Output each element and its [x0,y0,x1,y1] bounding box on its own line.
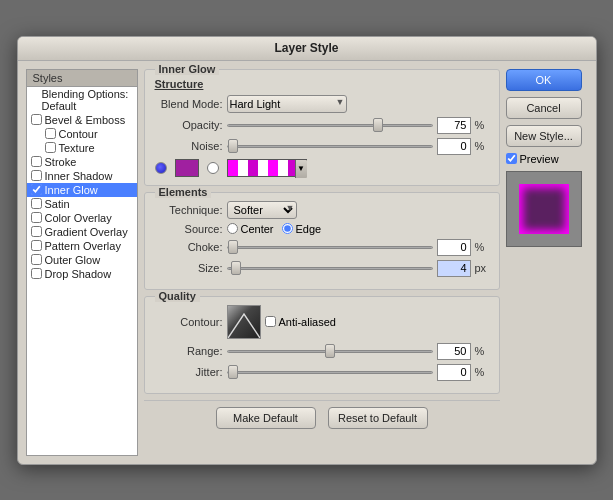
size-input[interactable] [437,260,471,277]
noise-slider-container [227,145,433,148]
choke-slider-container [227,246,433,249]
dialog-title: Layer Style [274,41,338,55]
sidebar-item-blending-options[interactable]: Blending Options: Default [27,87,137,113]
opacity-input[interactable] [437,117,471,134]
checkbox-inner-shadow[interactable] [31,170,42,181]
noise-slider[interactable] [227,145,433,148]
technique-select[interactable]: SofterPrecise [227,201,297,219]
color-row: ▼ [155,159,489,177]
choke-slider[interactable] [227,246,433,249]
ok-button[interactable]: OK [506,69,582,91]
anti-aliased-text: Anti-aliased [279,316,336,328]
blend-mode-select[interactable]: NormalDissolveDarkenMultiplyColor BurnLi… [227,95,347,113]
anti-aliased-label[interactable]: Anti-aliased [265,316,336,328]
sidebar-item-bevel-emboss[interactable]: Bevel & Emboss [27,113,137,127]
right-panel: OK Cancel New Style... Preview [506,69,588,456]
choke-row: Choke: % [155,239,489,256]
sidebar-item-gradient-overlay[interactable]: Gradient Overlay [27,225,137,239]
sidebar-item-texture[interactable]: Texture [27,141,137,155]
sidebar-item-contour[interactable]: Contour [27,127,137,141]
label-blending-options: Blending Options: Default [42,88,133,112]
sidebar-item-satin[interactable]: Satin [27,197,137,211]
contour-row: Contour: [155,305,489,339]
choke-input[interactable] [437,239,471,256]
checkbox-color-overlay[interactable] [31,212,42,223]
range-slider[interactable] [227,350,433,353]
section-title-inner-glow: Inner Glow [155,63,220,75]
styles-header: Styles [26,69,138,86]
preview-checkbox[interactable] [506,153,517,164]
jitter-slider[interactable] [227,371,433,374]
contour-svg [228,306,260,338]
blend-mode-row: Blend Mode: NormalDissolveDarkenMultiply… [155,95,489,113]
opacity-label: Opacity: [155,119,223,131]
sidebar-item-drop-shadow[interactable]: Drop Shadow [27,267,137,281]
sidebar-item-pattern-overlay[interactable]: Pattern Overlay [27,239,137,253]
gradient-arrow-icon[interactable]: ▼ [295,160,307,178]
checkbox-texture[interactable] [45,142,56,153]
source-center-radio[interactable] [227,223,238,234]
new-style-button[interactable]: New Style... [506,125,582,147]
sidebar-item-outer-glow[interactable]: Outer Glow [27,253,137,267]
preview-label[interactable]: Preview [506,153,588,165]
checkbox-gradient-overlay[interactable] [31,226,42,237]
svg-rect-0 [228,306,260,338]
checkbox-pattern-overlay[interactable] [31,240,42,251]
range-input[interactable] [437,343,471,360]
noise-input[interactable] [437,138,471,155]
jitter-input[interactable] [437,364,471,381]
elements-section-title: Elements [155,186,212,198]
gradient-swatch[interactable]: ▼ [227,159,307,177]
checkbox-inner-glow[interactable] [31,184,42,195]
opacity-slider[interactable] [227,124,433,127]
jitter-unit: % [475,366,489,378]
sidebar-item-inner-shadow[interactable]: Inner Shadow [27,169,137,183]
anti-aliased-checkbox[interactable] [265,316,276,327]
title-bar: Layer Style [18,37,596,61]
size-slider[interactable] [227,267,433,270]
source-center-text: Center [241,223,274,235]
preview-box [506,171,582,247]
source-edge-radio[interactable] [282,223,293,234]
reset-to-default-button[interactable]: Reset to Default [328,407,428,429]
jitter-label: Jitter: [155,366,223,378]
source-label: Source: [155,223,223,235]
sidebar-item-inner-glow[interactable]: Inner Glow [27,183,137,197]
preview-inner [519,184,569,234]
structure-subtitle: Structure [155,78,489,90]
bottom-bar: Make Default Reset to Default [144,400,500,437]
checkbox-contour[interactable] [45,128,56,139]
blend-mode-label: Blend Mode: [155,98,223,110]
checkbox-outer-glow[interactable] [31,254,42,265]
sidebar-item-color-overlay[interactable]: Color Overlay [27,211,137,225]
label-contour: Contour [59,128,98,140]
label-stroke: Stroke [45,156,77,168]
checkbox-drop-shadow[interactable] [31,268,42,279]
label-satin: Satin [45,198,70,210]
preview-text: Preview [520,153,559,165]
gradient-radio[interactable] [207,162,219,174]
size-label: Size: [155,262,223,274]
contour-thumbnail[interactable] [227,305,261,339]
contour-label: Contour: [155,316,223,328]
color-swatch[interactable] [175,159,199,177]
solid-color-radio[interactable] [155,162,167,174]
label-drop-shadow: Drop Shadow [45,268,112,280]
cancel-button[interactable]: Cancel [506,97,582,119]
source-row: Source: Center Edge [155,223,489,235]
choke-unit: % [475,241,489,253]
checkbox-stroke[interactable] [31,156,42,167]
source-edge-label[interactable]: Edge [282,223,322,235]
quality-section: Quality Contour: [144,296,500,394]
opacity-slider-container [227,124,433,127]
left-panel: Styles Blending Options: DefaultBevel & … [26,69,138,456]
checkbox-satin[interactable] [31,198,42,209]
label-outer-glow: Outer Glow [45,254,101,266]
make-default-button[interactable]: Make Default [216,407,316,429]
label-color-overlay: Color Overlay [45,212,112,224]
source-center-label[interactable]: Center [227,223,274,235]
range-row: Range: % [155,343,489,360]
size-row: Size: px [155,260,489,277]
sidebar-item-stroke[interactable]: Stroke [27,155,137,169]
checkbox-bevel-emboss[interactable] [31,114,42,125]
